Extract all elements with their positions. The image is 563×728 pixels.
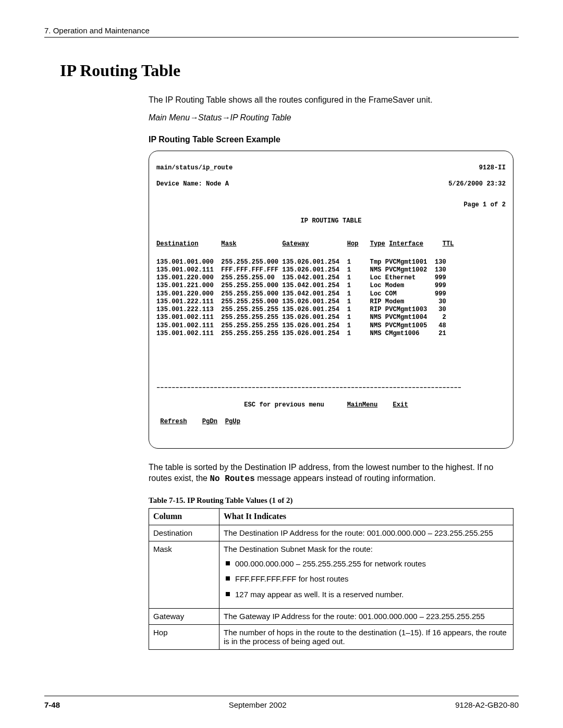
table-row: Hop The number of hops in the route to t… <box>149 625 513 650</box>
col-desc: The Destination IP Address for the route… <box>219 525 513 541</box>
header-rule <box>44 37 519 38</box>
table-caption: Table 7-15. IP Routing Table Values (1 o… <box>149 496 513 505</box>
terminal-model: 9128-II <box>479 164 506 172</box>
terminal-page-indicator: Page 1 of 2 <box>156 201 506 209</box>
values-table: Column What It Indicates Destination The… <box>149 508 513 650</box>
terminal-refresh-link[interactable]: Refresh <box>160 418 187 425</box>
list-item: FFF.FFF.FFF.FFF for host routes <box>224 574 509 584</box>
terminal-timestamp: 5/26/2000 23:32 <box>448 180 506 188</box>
terminal-screen: main/status/ip_route9128-II Device Name:… <box>149 151 513 449</box>
terminal-pgup-link[interactable]: PgUp <box>225 418 240 425</box>
terminal-title: IP ROUTING TABLE <box>156 217 506 225</box>
page: 7. Operation and Maintenance IP Routing … <box>0 0 563 728</box>
after-terminal-paragraph: The table is sorted by the Destination I… <box>149 462 513 485</box>
col-desc: The Gateway IP Address for the route: 00… <box>219 609 513 625</box>
col-desc: The number of hops in the route to the d… <box>219 625 513 650</box>
table-row: Mask The Destination Subnet Mask for the… <box>149 541 513 609</box>
col-name: Mask <box>149 541 219 609</box>
screen-example-label: IP Routing Table Screen Example <box>149 135 513 144</box>
footer-rule <box>44 696 519 696</box>
list-item: 127 may appear as well. It is a reserved… <box>224 589 509 600</box>
footer-date: September 2002 <box>229 700 287 709</box>
terminal-pgdn-link[interactable]: PgDn <box>202 418 217 425</box>
intro-paragraph: The IP Routing Table shows all the route… <box>149 95 513 106</box>
col-name: Hop <box>149 625 219 650</box>
nav-path: Main Menu→Status→IP Routing Table <box>149 113 513 122</box>
table-header-row: Column What It Indicates <box>149 508 513 525</box>
terminal-rows: 135.001.001.000 255.255.255.000 135.026.… <box>156 258 506 338</box>
terminal-footer-line-1: ESC for previous menu MainMenu Exit <box>156 401 506 409</box>
terminal-exit-link[interactable]: Exit <box>393 401 408 409</box>
page-footer: 7-48 September 2002 9128-A2-GB20-80 <box>44 696 519 709</box>
running-header: 7. Operation and Maintenance <box>44 26 519 35</box>
mask-bullet-list: 000.000.000.000 – 255.255.255.255 for ne… <box>224 559 509 600</box>
no-routes-literal: No Routes <box>210 474 254 484</box>
table-row: Destination The Destination IP Address f… <box>149 525 513 541</box>
list-item: 000.000.000.000 – 255.255.255.255 for ne… <box>224 559 509 569</box>
terminal-column-headers: Destination Mask Gateway Hop Type Interf… <box>156 240 506 248</box>
col-desc: The Destination Subnet Mask for the rout… <box>219 541 513 609</box>
terminal-path: main/status/ip_route <box>156 164 232 172</box>
col-name: Gateway <box>149 609 219 625</box>
col-name: Destination <box>149 525 219 541</box>
table-row: Gateway The Gateway IP Address for the r… <box>149 609 513 625</box>
footer-page-number: 7-48 <box>44 700 60 709</box>
terminal-mainmenu-link[interactable]: MainMenu <box>347 401 378 409</box>
section-title: IP Routing Table <box>60 61 519 80</box>
footer-doc-number: 9128-A2-GB20-80 <box>455 700 519 709</box>
terminal-footer-line-2: Refresh PgDn PgUp <box>156 418 506 426</box>
table-header-desc: What It Indicates <box>219 508 513 525</box>
table-header-column: Column <box>149 508 219 525</box>
terminal-separator: ––––––––––––––––––––––––––––––––––––––––… <box>156 384 506 392</box>
terminal-device-name: Device Name: Node A <box>156 180 229 188</box>
body-block: The IP Routing Table shows all the route… <box>149 95 513 650</box>
